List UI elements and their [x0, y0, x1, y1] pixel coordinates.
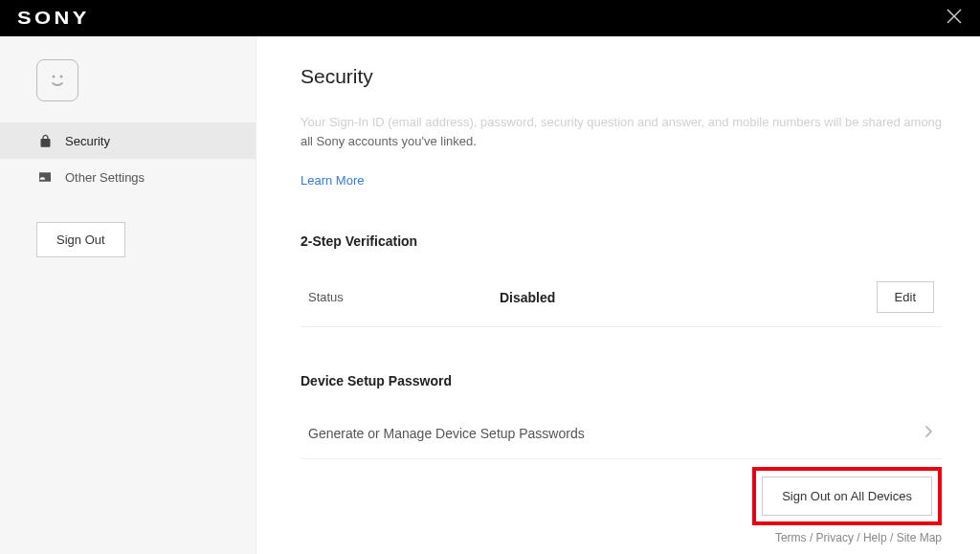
intro-line-1: Your Sign-In ID (email address), passwor… [301, 113, 942, 132]
avatar-container [0, 59, 256, 122]
top-bar: SONY [0, 0, 980, 36]
sign-out-all-highlight: Sign Out on All Devices [752, 467, 942, 525]
sidebar-item-other-settings[interactable]: Other Settings [0, 159, 256, 195]
link-row-label: Generate or Manage Device Setup Password… [308, 426, 585, 441]
main-content: Security Your Sign-In ID (email address)… [256, 36, 980, 554]
close-icon[interactable] [946, 6, 963, 31]
footer-help-link[interactable]: Help [863, 531, 887, 544]
avatar[interactable] [36, 59, 78, 101]
sign-out-button[interactable]: Sign Out [36, 222, 125, 257]
sign-out-all-devices-button[interactable]: Sign Out on All Devices [762, 476, 932, 516]
edit-button[interactable]: Edit [877, 281, 934, 313]
avatar-face-icon [45, 68, 70, 93]
id-card-icon [36, 168, 54, 186]
sidebar-item-label: Security [65, 134, 110, 148]
intro-line-2: all Sony accounts you've linked. [301, 132, 942, 151]
brand-logo: SONY [17, 8, 90, 29]
manage-device-passwords-link[interactable]: Generate or Manage Device Setup Password… [301, 408, 942, 459]
sidebar-item-label: Other Settings [65, 170, 145, 185]
device-password-heading: Device Setup Password [301, 373, 942, 388]
footer-links: Terms / Privacy / Help / Site Map [775, 531, 942, 544]
sidebar: Security Other Settings Sign Out [0, 36, 256, 554]
intro-text: Your Sign-In ID (email address), passwor… [301, 113, 942, 150]
two-step-heading: 2-Step Verification [301, 233, 942, 249]
svg-point-2 [53, 76, 56, 78]
lock-icon [36, 132, 54, 149]
svg-point-3 [60, 76, 63, 78]
status-value: Disabled [500, 290, 877, 305]
learn-more-link[interactable]: Learn More [301, 173, 364, 188]
two-step-status-row: Status Disabled Edit [301, 268, 942, 327]
chevron-right-icon [924, 423, 934, 443]
footer-terms-link[interactable]: Terms [775, 531, 807, 544]
sidebar-item-security[interactable]: Security [0, 122, 256, 159]
status-label: Status [308, 290, 500, 304]
footer-sitemap-link[interactable]: Site Map [897, 531, 942, 544]
footer-privacy-link[interactable]: Privacy [816, 531, 854, 544]
page-title: Security [301, 65, 942, 88]
